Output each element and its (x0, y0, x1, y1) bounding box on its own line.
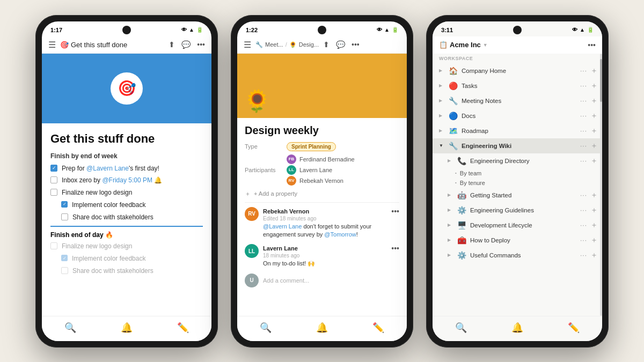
comment-body: Lavern Lane ••• 18 minutes ago On my to-… (263, 244, 399, 268)
breadcrumb-item1[interactable]: Meet... (265, 41, 283, 48)
participant-item: LL Lavern Lane (287, 165, 355, 175)
item-more[interactable]: ··· (580, 157, 587, 165)
task-item[interactable]: Finalize new logo design (50, 188, 203, 197)
item-more[interactable]: ··· (580, 97, 587, 105)
edit-nav-icon[interactable]: ✏️ (568, 322, 580, 334)
task-text: Implement color feedback (72, 254, 203, 263)
add-comment[interactable]: U Add a comment... (245, 274, 399, 287)
phone3-time: 3:11 (441, 27, 453, 33)
task-checkbox-checked[interactable]: ✓ (61, 201, 68, 208)
comment-body: Rebekah Vernon ••• Edited 18 minutes ago… (263, 207, 399, 239)
item-more[interactable]: ··· (580, 206, 587, 214)
search-nav-icon[interactable]: 🔍 (260, 322, 272, 334)
phone3-sidebar: WORKSPACE ▶ 🏠 Company Home ··· ＋ ▶ (433, 54, 602, 316)
scrollbar-thumb[interactable] (600, 59, 602, 102)
phone2-content: Design weekly Type Sprint Planning Parti… (237, 118, 407, 316)
add-icon[interactable]: ＋ (590, 141, 598, 151)
bell-nav-icon[interactable]: 🔔 (316, 322, 328, 334)
add-icon[interactable]: ＋ (590, 190, 598, 200)
item-more[interactable]: ··· (580, 221, 587, 229)
sidebar-item-how-to-deploy[interactable]: ▶ 🧰 How to Deploy ··· ＋ (433, 233, 602, 248)
breadcrumb-item2[interactable]: Desig... (299, 41, 319, 48)
sidebar-subitem-by-tenure[interactable]: • By tenure (433, 178, 602, 188)
more-icon[interactable]: ••• (352, 40, 360, 49)
workspace-name[interactable]: 📋 Acme Inc ▼ (439, 41, 488, 49)
add-icon[interactable]: ＋ (590, 235, 598, 245)
search-nav-icon[interactable]: 🔍 (455, 322, 467, 334)
task-item[interactable]: ✓ Prep for @Lavern Lane's first day! (50, 164, 203, 173)
add-icon[interactable]: ＋ (590, 126, 598, 136)
add-icon[interactable]: ＋ (590, 96, 598, 106)
comment-more[interactable]: ••• (391, 207, 399, 216)
task-checkbox-checked[interactable]: ✓ (50, 165, 57, 172)
comment-item: LL Lavern Lane ••• 18 minutes ago On my … (245, 244, 399, 268)
add-icon[interactable]: ＋ (590, 66, 598, 76)
sidebar-item-engineering-guidelines[interactable]: ▶ ⚙️ Engineering Guidelines ··· ＋ (433, 203, 602, 218)
type-badge[interactable]: Sprint Planning (287, 142, 336, 151)
add-icon[interactable]: ＋ (590, 156, 598, 166)
sidebar-item-engineering-directory[interactable]: ▶ 📞 Engineering Directory ··· ＋ (433, 153, 602, 168)
menu-icon[interactable]: ☰ (244, 40, 251, 50)
task-item-sub[interactable]: ✓ Implement color feedback (61, 201, 203, 210)
add-icon[interactable]: ＋ (590, 81, 598, 91)
share-icon[interactable]: ⬆ (323, 40, 330, 49)
sidebar-item-roadmap[interactable]: ▶ 🗺️ Roadmap ··· ＋ (433, 123, 602, 138)
task-item-sub[interactable]: Share doc with stakeholders (61, 213, 203, 222)
add-property-button[interactable]: ＋ + Add a property (245, 190, 399, 198)
phone3-status-icons: 👁 ▲ 🔋 (572, 27, 594, 33)
task-text: Finalize new logo design (62, 242, 203, 251)
sidebar-item-engineering-wiki[interactable]: ▼ 🔧 Engineering Wiki ··· ＋ (433, 138, 602, 153)
sidebar-item-development-lifecycle[interactable]: ▶ 🖥️ Development Lifecycle ··· ＋ (433, 218, 602, 233)
sidebar-subitem-by-team[interactable]: • By team (433, 168, 602, 178)
mention: @Lavern Lane (263, 223, 302, 230)
item-more[interactable]: ··· (580, 82, 587, 90)
bell-nav-icon[interactable]: 🔔 (511, 322, 523, 334)
phone2-time: 1:22 (246, 27, 258, 33)
item-more[interactable]: ··· (580, 191, 587, 199)
item-more[interactable]: ··· (580, 252, 587, 259)
sidebar-item-company-home[interactable]: ▶ 🏠 Company Home ··· ＋ (433, 63, 602, 78)
add-icon[interactable]: ＋ (590, 220, 598, 230)
menu-icon[interactable]: ☰ (48, 40, 56, 50)
more-icon[interactable]: ••• (197, 40, 205, 49)
edit-nav-icon[interactable]: ✏️ (177, 322, 189, 334)
eye-icon: 👁 (181, 27, 187, 33)
item-more[interactable]: ··· (580, 142, 587, 150)
comment-icon[interactable]: 💬 (336, 40, 345, 49)
sidebar-icon: 🔵 (448, 112, 458, 120)
task-checkbox: ✓ (61, 255, 68, 261)
add-icon[interactable]: ＋ (590, 205, 598, 215)
sidebar-item-useful-commands[interactable]: ▶ ⚙️ Useful Commands ··· ＋ (433, 248, 602, 263)
task-checkbox[interactable] (50, 189, 57, 196)
phone2-top-bar: ☰ 🔧 Meet... / 🌻 Desig... ⬆ 💬 ••• (237, 36, 407, 54)
item-more[interactable]: ··· (580, 127, 587, 135)
item-more[interactable]: ··· (580, 112, 587, 120)
add-icon[interactable]: ＋ (590, 111, 598, 121)
task-text: Implement color feedback (72, 201, 203, 210)
sidebar-item-meeting-notes[interactable]: ▶ 🔧 Meeting Notes ··· ＋ (433, 93, 602, 108)
task-checkbox[interactable] (50, 176, 57, 183)
item-more[interactable]: ··· (580, 67, 587, 75)
share-icon[interactable]: ⬆ (169, 40, 175, 49)
task-checkbox[interactable] (61, 213, 68, 220)
item-more[interactable]: ··· (580, 237, 587, 244)
comment-more[interactable]: ••• (391, 244, 399, 253)
chevron-icon: ▶ (439, 83, 444, 88)
workspace-section-label: WORKSPACE (433, 54, 602, 63)
chevron-icon: ▶ (439, 68, 444, 73)
scrollbar-track[interactable] (600, 54, 602, 316)
search-nav-icon[interactable]: 🔍 (64, 322, 76, 334)
comment-time: 18 minutes ago (263, 253, 399, 258)
divider (245, 202, 399, 203)
edit-nav-icon[interactable]: ✏️ (372, 322, 384, 334)
add-icon[interactable]: ＋ (590, 250, 598, 260)
task-item[interactable]: Inbox zero by @Friday 5:00 PM 🔔 (50, 176, 203, 185)
sidebar-item-getting-started[interactable]: ▶ 🤖 Getting Started ··· ＋ (433, 188, 602, 203)
participant-name: Rebekah Vernon (299, 178, 343, 184)
chevron-down-icon: ▼ (483, 42, 488, 48)
sidebar-item-tasks[interactable]: ▶ 🔴 Tasks ··· ＋ (433, 78, 602, 93)
comment-icon[interactable]: 💬 (181, 40, 191, 49)
sidebar-item-docs[interactable]: ▶ 🔵 Docs ··· ＋ (433, 108, 602, 123)
more-icon[interactable]: ••• (588, 41, 596, 49)
bell-nav-icon[interactable]: 🔔 (121, 322, 133, 334)
